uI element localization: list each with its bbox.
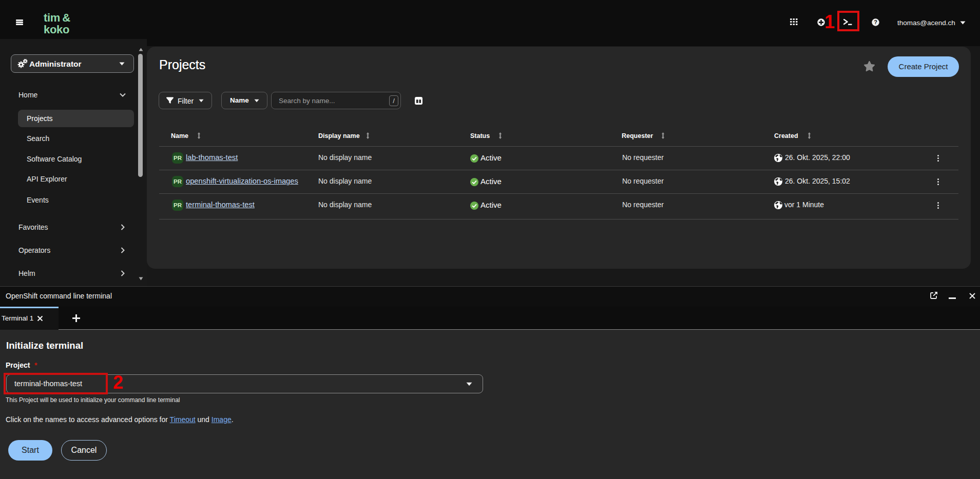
svg-text:?: ? — [874, 19, 877, 25]
